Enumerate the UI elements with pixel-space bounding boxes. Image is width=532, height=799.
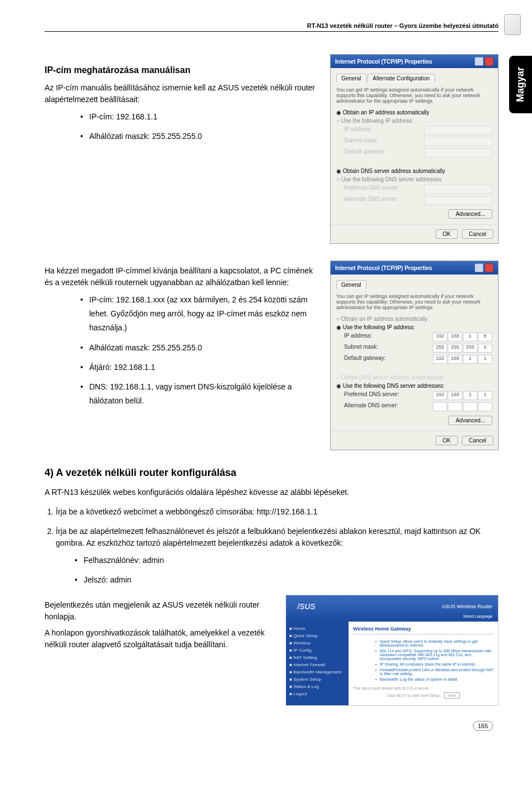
radio-obtain-dns: ○ Obtain DNS server address automaticall…: [336, 374, 492, 381]
dns2-input[interactable]: [433, 402, 492, 411]
page-header: RT-N13 vezeték nélküli router – Gyors üz…: [45, 22, 499, 32]
dialog-title-text: Internet Protocol (TCP/IP) Properties: [335, 265, 432, 271]
dialog-description: You can get IP settings assigned automat…: [336, 87, 492, 104]
radio-obtain-dns[interactable]: ◉ Obtain DNS server address automaticall…: [336, 168, 492, 174]
radio-use-ip[interactable]: ○ Use the following IP address:: [336, 118, 492, 124]
cancel-button[interactable]: Cancel: [462, 436, 494, 445]
ip-input: [424, 126, 492, 135]
list-item: Alhálózati maszk: 255.255.255.0: [89, 341, 319, 355]
section2-list: IP-cím: 192.168.1.xxx (az xxx bármilyen,…: [67, 293, 319, 408]
nav-item[interactable]: ■ NAT Setting: [289, 654, 345, 661]
asus-logo: /SUS: [292, 599, 321, 614]
section2-intro: Ha kézzel megadott IP-címmel kívánja beá…: [45, 265, 319, 288]
ok-button[interactable]: OK: [436, 229, 458, 239]
list-item: IP-cím: 192.168.1.1: [89, 110, 319, 124]
dns1-input: [424, 185, 492, 194]
next-label: Click NEXT to start brief Setup.: [386, 694, 441, 697]
nav-item[interactable]: ■ Home: [289, 625, 345, 632]
router-homepage: /SUS ASUS Wireless Router Select Languag…: [286, 595, 499, 706]
nav-item[interactable]: ■ Bandwidth Management: [289, 668, 345, 676]
list-item: IP Sharing: All computers share the same…: [375, 662, 494, 666]
next-button[interactable]: Next: [444, 692, 460, 699]
router-header-text: ASUS Wireless Router: [442, 604, 492, 609]
radio-use-dns[interactable]: ◉ Use the following DNS server addresses…: [336, 383, 492, 389]
list-item: DNS: 192.168.1.1, vagy ismert DNS-kiszol…: [89, 380, 319, 408]
steps-list: Írja be a következő webcímet a webböngés…: [45, 506, 499, 587]
gateway-input: [424, 148, 492, 157]
help-icon[interactable]: [475, 263, 483, 272]
field-label: Preferred DNS server:: [344, 391, 399, 400]
nav-item[interactable]: ■ Logout: [289, 690, 345, 697]
list-item: IP-cím: 192.168.1.xxx (az xxx bármilyen,…: [89, 293, 319, 335]
field-label: Subnet mask:: [344, 344, 378, 353]
list-item: Átjáró: 192.168.1.1: [89, 360, 319, 374]
language-select[interactable]: Select Language: [292, 614, 492, 618]
ip-input[interactable]: 19216818: [433, 333, 492, 341]
list-item: Firewall/Firewall protect LAN or Wireles…: [375, 668, 494, 676]
field-label: Default gateway:: [344, 355, 386, 364]
close-icon[interactable]: [485, 57, 494, 66]
tcpip-dialog-manual: Internet Protocol (TCP/IP) Properties Ge…: [330, 261, 499, 450]
section1-intro: Az IP-cím manuális beállításához ismerni…: [45, 82, 319, 105]
radio-use-ip[interactable]: ◉ Use the following IP address:: [336, 324, 492, 330]
advanced-button[interactable]: Advanced...: [448, 416, 492, 425]
nav-item[interactable]: ■ Wireless: [289, 639, 345, 647]
header-title: RT-N13 vezeték nélküli router – Gyors üz…: [307, 22, 499, 29]
nav-item[interactable]: ■ Internet Firewall: [289, 661, 345, 668]
field-label: Default gateway:: [344, 148, 386, 157]
list-item: Bandwidth: Log the status of system in d…: [375, 677, 494, 681]
dns1-input[interactable]: 19216811: [433, 391, 492, 400]
radio-obtain-ip[interactable]: ◉ Obtain an IP address automatically: [336, 109, 492, 115]
tab-alternate[interactable]: Alternate Configuration: [367, 74, 434, 83]
dns2-input: [424, 196, 492, 205]
nav-item[interactable]: ■ IP Config: [289, 647, 345, 654]
subnet-input: [424, 137, 492, 146]
subnet-input[interactable]: 2552552550: [433, 344, 492, 353]
radio-obtain-ip[interactable]: ○ Obtain an IP address automatically: [336, 316, 492, 322]
step-item: Írja be az alapértelmezett felhasználóne…: [56, 526, 499, 587]
cancel-button[interactable]: Cancel: [462, 229, 494, 239]
ok-button[interactable]: OK: [436, 436, 458, 445]
dialog-description: You can get IP settings assigned automat…: [336, 293, 492, 310]
dialog-title-text: Internet Protocol (TCP/IP) Properties: [335, 59, 432, 65]
step-item: Írja be a következő webcímet a webböngés…: [56, 506, 499, 518]
field-label: IP address:: [344, 333, 372, 341]
list-item: 802.11n and WPS: Supporting up to 300 Mb…: [375, 649, 494, 661]
field-label: IP address:: [344, 126, 372, 135]
field-label: Alternate DNS server:: [344, 196, 398, 205]
footer-note: This site is best viewed with IE 6.0 or …: [353, 686, 494, 690]
field-label: Alternate DNS server:: [344, 402, 398, 411]
section3-para1: Bejelentkezés után megjelenik az ASUS ve…: [45, 599, 274, 623]
tcpip-dialog-auto: Internet Protocol (TCP/IP) Properties Ge…: [330, 54, 499, 244]
list-item: Felhasználónév: admin: [84, 553, 499, 567]
page-number: 165: [45, 723, 499, 729]
close-icon[interactable]: [485, 263, 494, 272]
section3-para2: A honlapon gyorshivatkozások találhatók,…: [45, 627, 274, 651]
content-title: Wireless Home Gateway: [353, 626, 494, 634]
list-item: Jelszó: admin: [84, 573, 499, 587]
help-icon[interactable]: [475, 57, 483, 66]
section3-heading: 4) A vezeték nélküli router konfigurálás…: [45, 467, 499, 479]
router-nav: ■ Home ■ Quick Setup ■ Wireless ■ IP Con…: [286, 622, 349, 705]
list-item: Alhálózati maszk: 255.255.255.0: [89, 129, 319, 143]
gateway-input[interactable]: 19216811: [433, 355, 492, 364]
nav-item[interactable]: ■ Quick Setup: [289, 632, 345, 639]
radio-use-dns[interactable]: ○ Use the following DNS server addresses…: [336, 176, 492, 182]
nav-item[interactable]: ■ Status & Log: [289, 683, 345, 690]
router-feature-list: Quick Setup: Allow users to instantly ha…: [353, 639, 494, 681]
tab-general[interactable]: General: [336, 74, 366, 83]
advanced-button[interactable]: Advanced...: [448, 209, 492, 219]
field-label: Preferred DNS server:: [344, 185, 399, 194]
nav-item[interactable]: ■ System Setup: [289, 676, 345, 683]
field-label: Subnet mask:: [344, 137, 378, 146]
tab-general[interactable]: General: [336, 280, 366, 289]
router-icon: [504, 14, 521, 35]
section1-list: IP-cím: 192.168.1.1 Alhálózati maszk: 25…: [67, 110, 319, 143]
section3-intro: A RT-N13 készülék webes konfigurációs ol…: [45, 487, 499, 498]
list-item: Quick Setup: Allow users to instantly ha…: [375, 639, 494, 647]
section1-heading: IP-cím meghatározása manuálisan: [45, 65, 319, 75]
language-tab: Magyar: [509, 56, 532, 113]
